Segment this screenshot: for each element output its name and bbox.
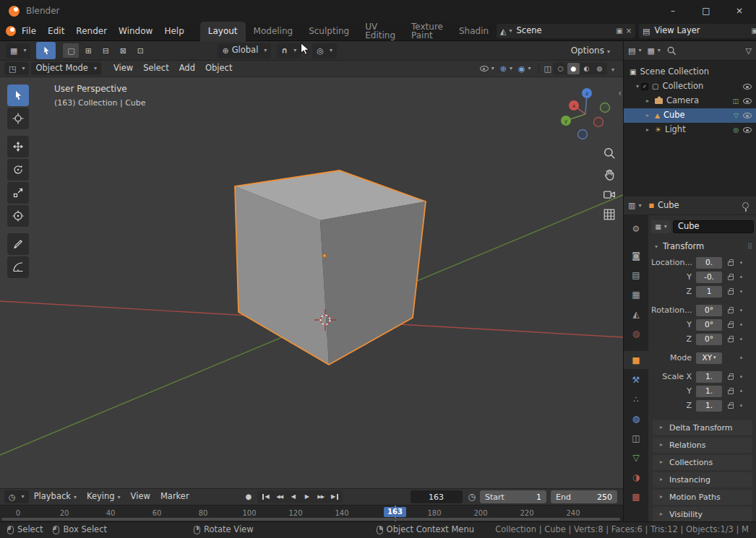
lock-icon[interactable] (728, 404, 734, 409)
lock-icon[interactable] (728, 376, 734, 380)
animate-dot[interactable] (740, 338, 743, 341)
xray-toggle[interactable]: ◫ (544, 65, 551, 73)
rotation-y-field[interactable]: 0° (696, 319, 722, 331)
scale-z-field[interactable]: 1. (696, 400, 722, 412)
section-instancing[interactable]: ▸ Instancing (653, 472, 752, 487)
gizmo-neg-y-ball[interactable] (601, 103, 610, 113)
editor-type-selector[interactable]: ▦ (6, 43, 30, 58)
expand-icon[interactable]: ▸ (644, 113, 651, 118)
menu-file[interactable]: File (16, 22, 42, 41)
animate-dot[interactable] (740, 276, 743, 279)
hide-eye-icon[interactable] (743, 113, 752, 118)
shading-rendered-button[interactable]: ◍ (593, 63, 606, 74)
visibility-dropdown[interactable] (480, 66, 494, 71)
location-x-field[interactable]: 0. (696, 257, 722, 269)
mode-icon-dropdown[interactable]: ◳ (4, 62, 29, 75)
record-button[interactable]: ● (245, 493, 252, 500)
ptab-particles[interactable]: ∴ (624, 390, 648, 408)
ortho-grid-icon[interactable] (603, 208, 616, 221)
scene-picker[interactable]: ◭ Scene ▣ × (497, 24, 635, 38)
outliner-row-cube[interactable]: ▸ ▲ Cube ▽ (624, 108, 756, 123)
outliner-row-camera[interactable]: ▸ Camera ◫ (624, 94, 756, 108)
orientation-dropdown[interactable]: ⊕ Global (218, 43, 271, 58)
ptab-object[interactable]: ■ (624, 351, 648, 369)
expand-icon[interactable]: ▸ (644, 98, 651, 104)
proportional-editing-dropdown[interactable]: ◎ (312, 43, 337, 58)
animate-dot[interactable] (740, 390, 743, 393)
lock-icon[interactable] (728, 324, 734, 328)
new-scene-icon[interactable]: ▣ (616, 27, 622, 35)
scene-icon[interactable]: ◭ (500, 27, 512, 35)
select-mode-extend-button[interactable]: ⊞ (80, 43, 96, 58)
zoom-icon[interactable] (603, 147, 616, 160)
playback-dropdown[interactable]: Playback (29, 493, 82, 501)
animate-dot[interactable] (740, 290, 743, 293)
section-motion-paths[interactable]: ▸ Motion Paths (653, 490, 752, 505)
location-y-field[interactable]: -0. (696, 272, 722, 283)
ptab-render[interactable]: ◙ (624, 246, 648, 264)
lock-icon[interactable] (728, 261, 734, 266)
ptab-constraints[interactable]: ◫ (624, 429, 648, 447)
play-reverse-button[interactable]: ◀ (286, 491, 300, 503)
playhead-label[interactable]: 163 (384, 507, 406, 517)
section-delta-transform[interactable]: ▸ Delta Transform (653, 420, 752, 435)
shading-solid-button[interactable]: ● (567, 63, 580, 74)
play-button[interactable]: ▶ (300, 491, 314, 503)
tool-annotate-button[interactable] (7, 233, 29, 255)
tool-scale-button[interactable] (7, 182, 29, 204)
lock-icon[interactable] (728, 276, 734, 280)
select-mode-intersect-button[interactable]: ⊡ (132, 43, 148, 58)
pin-icon[interactable] (742, 202, 749, 209)
rotation-z-field[interactable]: 0° (696, 334, 722, 345)
ptab-output[interactable]: ▤ (624, 266, 648, 284)
tool-cursor-button[interactable] (7, 108, 29, 129)
frame-start-field[interactable]: Start 1 (480, 490, 546, 503)
hide-eye-icon[interactable] (743, 98, 752, 104)
frame-end-field[interactable]: End 250 (551, 490, 617, 503)
minimize-button[interactable]: – (656, 0, 690, 22)
menu-help[interactable]: Help (158, 22, 189, 41)
nav-gizmo[interactable]: z x y (561, 88, 610, 139)
hide-eye-icon[interactable] (743, 127, 752, 133)
lock-icon[interactable] (728, 309, 734, 313)
close-button[interactable]: × (723, 0, 756, 22)
menu-edit[interactable]: Edit (42, 22, 70, 41)
menu-view[interactable]: View (108, 64, 138, 73)
prev-keyframe-button[interactable]: ◀◀ (272, 491, 286, 503)
transform-panel-header[interactable]: ▾ Transform ⠿ (653, 243, 752, 251)
menu-render[interactable]: Render (70, 22, 113, 41)
animate-dot[interactable] (740, 309, 743, 312)
current-frame-field[interactable]: 163 (411, 490, 463, 503)
new-view-layer-icon[interactable]: ▣ (751, 27, 756, 35)
shading-dropdown[interactable] (609, 64, 614, 73)
jump-to-end-button[interactable]: ▶ (327, 491, 341, 503)
tool-select-box-button[interactable] (7, 84, 29, 106)
section-relations[interactable]: ▸ Relations (653, 438, 752, 453)
timeline-menu-view[interactable]: View (126, 493, 155, 501)
scale-y-field[interactable]: 1. (696, 386, 722, 397)
gizmo-neg-x-ball[interactable] (594, 118, 603, 127)
tool-move-button[interactable] (7, 136, 29, 157)
ptab-tool[interactable]: ⚙ (624, 220, 648, 238)
snap-dropdown[interactable]: ∪ (277, 43, 301, 58)
camera-view-icon[interactable] (603, 188, 616, 200)
lock-icon[interactable] (728, 290, 734, 295)
active-tool-button[interactable] (36, 42, 56, 59)
animate-dot[interactable] (740, 404, 743, 407)
ptab-material[interactable]: ◑ (624, 468, 648, 486)
viewport-3d[interactable]: z x y User Perspective (163) Collection … (0, 77, 623, 488)
viewport-canvas[interactable]: z x y (0, 77, 623, 488)
tab-texture-paint[interactable]: Texture Paint (403, 22, 451, 41)
tab-shading[interactable]: Shadin (451, 22, 497, 41)
location-z-field[interactable]: 1 (696, 286, 722, 298)
outliner-display-mode-icon[interactable]: ▦ (647, 47, 660, 55)
rotation-x-field[interactable]: 0° (696, 305, 722, 316)
expand-icon[interactable]: ▾ (634, 84, 641, 90)
menu-add[interactable]: Add (174, 64, 200, 73)
outliner-editor-icon[interactable]: ▤ (628, 47, 641, 55)
unlink-scene-icon[interactable]: × (626, 27, 632, 35)
jump-to-start-button[interactable]: ◀ (259, 491, 272, 503)
shading-material-button[interactable]: ◐ (580, 63, 593, 74)
ptab-texture[interactable]: ▩ (624, 487, 648, 506)
animate-dot[interactable] (740, 376, 743, 378)
